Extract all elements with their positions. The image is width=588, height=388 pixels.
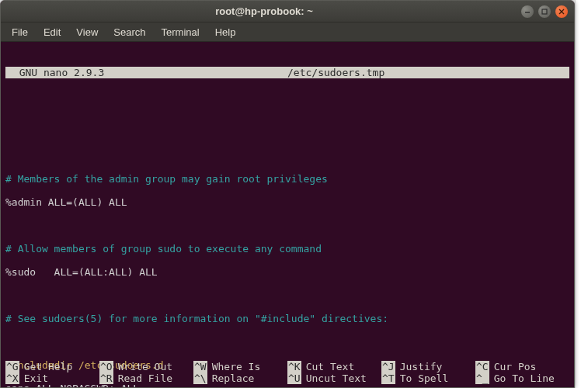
nano-shortcut-bar: ^GGet Help ^OWrite Out ^WWhere Is ^KCut … [5,361,569,384]
nano-header: GNU nano 2.9.3 /etc/sudoers.tmp [5,67,569,78]
shortcut-go-to-line: ^_Go To Line [475,372,569,384]
window-controls [521,5,568,18]
maximize-button[interactable] [538,5,551,18]
menu-search[interactable]: Search [107,25,151,40]
line [5,126,569,138]
menu-terminal[interactable]: Terminal [155,25,206,40]
terminal-area[interactable]: GNU nano 2.9.3 /etc/sudoers.tmp # Member… [1,42,574,387]
terminal-window: root@hp-probook: ~ File Edit View Search… [0,0,575,388]
comment-line: # Members of the admin group may gain ro… [5,173,569,185]
shortcut-write-out: ^OWrite Out [99,361,193,372]
menu-view[interactable]: View [70,25,104,40]
comment-line: # See sudoers(5) for more information on… [5,313,569,324]
background-sliver [575,0,588,388]
editor-body[interactable]: # Members of the admin group may gain ro… [5,115,569,388]
shortcut-exit: ^XExit [5,372,99,384]
shortcut-cut-text: ^KCut Text [287,361,381,372]
nano-file-name: /etc/sudoers.tmp [287,67,384,78]
window-titlebar[interactable]: root@hp-probook: ~ [1,1,574,23]
shortcut-replace: ^\Replace [193,372,287,384]
shortcut-get-help: ^GGet Help [5,361,99,372]
line [5,289,569,301]
svg-rect-1 [542,9,547,14]
shortcut-to-spell: ^TTo Spell [381,372,475,384]
shortcut-justify: ^JJustify [381,361,475,372]
menu-edit[interactable]: Edit [37,25,67,40]
nano-version: GNU nano 2.9.3 [7,67,104,78]
line [5,150,569,161]
close-button[interactable] [555,5,568,18]
menubar: File Edit View Search Terminal Help [1,23,574,42]
menu-file[interactable]: File [5,25,34,40]
line [5,220,569,231]
minimize-button[interactable] [521,5,534,18]
line: %sudo ALL=(ALL:ALL) ALL [5,266,569,278]
shortcut-row-1: ^GGet Help ^OWrite Out ^WWhere Is ^KCut … [5,361,569,372]
comment-line: # Allow members of group sudo to execute… [5,243,569,255]
shortcut-where-is: ^WWhere Is [193,361,287,372]
shortcut-read-file: ^RRead File [99,372,193,384]
menu-help[interactable]: Help [209,25,242,40]
shortcut-cur-pos: ^CCur Pos [475,361,569,372]
shortcut-row-2: ^XExit ^RRead File ^\Replace ^UUncut Tex… [5,372,569,384]
shortcut-uncut-text: ^UUncut Text [287,372,381,384]
window-title: root@hp-probook: ~ [7,5,521,17]
line [5,336,569,348]
line: %admin ALL=(ALL) ALL [5,196,569,208]
